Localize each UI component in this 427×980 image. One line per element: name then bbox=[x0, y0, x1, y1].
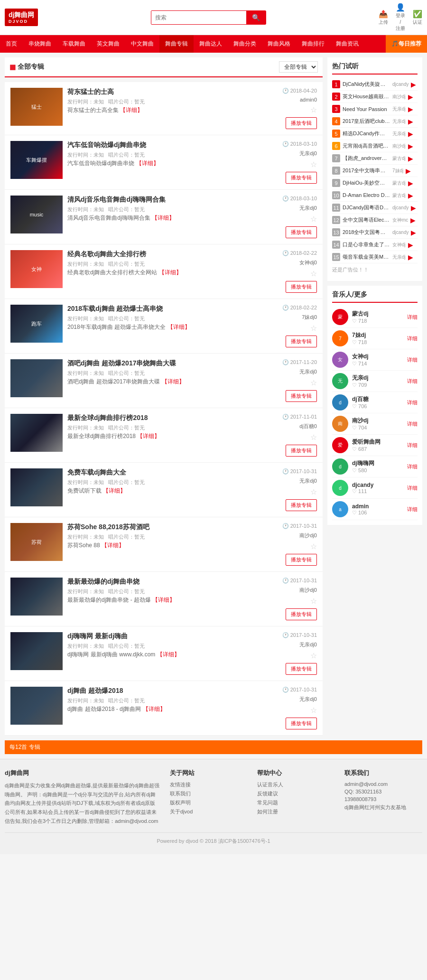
musician-detail-btn[interactable]: 详细 bbox=[407, 463, 418, 470]
album-star[interactable]: ☆ bbox=[310, 324, 317, 333]
musician-detail-btn[interactable]: 详细 bbox=[407, 378, 418, 385]
album-play-btn[interactable]: 播放专辑 bbox=[286, 172, 317, 184]
album-play-btn[interactable]: 播放专辑 bbox=[286, 608, 317, 620]
album-play-btn[interactable]: 播放专辑 bbox=[286, 499, 317, 511]
footer-help-link[interactable]: 常见问题 bbox=[257, 799, 335, 806]
hot-play-icon[interactable]: ▶ bbox=[408, 253, 413, 261]
album-star[interactable]: ☆ bbox=[310, 651, 317, 660]
hot-play-icon[interactable]: ▶ bbox=[408, 118, 413, 125]
logo[interactable]: dj舞曲网 DJVOD bbox=[5, 9, 38, 27]
album-title[interactable]: 清风dj音乐电音舞曲dj嗨嗨网合集 bbox=[67, 196, 260, 204]
musician-name[interactable]: 7妹dj bbox=[352, 331, 403, 339]
register-label[interactable]: 注册 bbox=[396, 25, 405, 32]
album-star[interactable]: ☆ bbox=[310, 597, 317, 606]
album-play-btn[interactable]: 播放专辑 bbox=[286, 390, 317, 402]
album-star[interactable]: ☆ bbox=[310, 160, 317, 169]
album-detail-link[interactable]: 【详细】 bbox=[103, 487, 126, 494]
musician-name[interactable]: 蒙古dj bbox=[352, 310, 403, 318]
hot-title[interactable]: 元宵闹dj高音酒吧嗨曲网... bbox=[343, 142, 390, 149]
upload-label[interactable]: 上传 bbox=[379, 19, 388, 26]
footer-link[interactable]: 版权声明 bbox=[170, 799, 248, 806]
footer-help-link[interactable]: 如何注册 bbox=[257, 808, 335, 815]
hot-play-icon[interactable]: ▶ bbox=[411, 229, 416, 236]
album-play-btn[interactable]: 播放专辑 bbox=[286, 117, 317, 129]
album-title[interactable]: 最新最劲爆的dj舞曲串烧 bbox=[67, 578, 260, 586]
nav-paihang[interactable]: 舞曲排行 bbox=[296, 35, 330, 53]
musician-detail-btn[interactable]: 详细 bbox=[407, 420, 418, 428]
album-star[interactable]: ☆ bbox=[310, 433, 317, 442]
hot-play-icon[interactable]: ▶ bbox=[410, 216, 416, 224]
album-detail-link[interactable]: 【详细】 bbox=[152, 597, 175, 603]
album-title[interactable]: 荷东猛士的士高 bbox=[67, 88, 260, 96]
hot-title[interactable]: DjCaNidy优美旋律金中文... bbox=[343, 81, 390, 88]
filter-select[interactable]: 全部专辑 bbox=[279, 61, 318, 73]
footer-link[interactable]: 关于djvod bbox=[170, 808, 248, 815]
nav-daren[interactable]: 舞曲达人 bbox=[194, 35, 228, 53]
nav-english[interactable]: 英文舞曲 bbox=[91, 35, 125, 53]
album-play-btn[interactable]: 播放专辑 bbox=[286, 445, 317, 457]
album-title[interactable]: 最新全球dj舞曲排行榜2018 bbox=[67, 414, 260, 422]
nav-fenlei[interactable]: 舞曲分类 bbox=[228, 35, 262, 53]
hot-title[interactable]: Need Your Passion bbox=[343, 106, 390, 112]
album-detail-link[interactable]: 【详细】 bbox=[137, 433, 160, 439]
album-title[interactable]: dj嗨嗨网 最新dj嗨曲 bbox=[67, 632, 260, 641]
musician-detail-btn[interactable]: 详细 bbox=[407, 485, 418, 492]
nav-chinese[interactable]: 中文舞曲 bbox=[125, 35, 159, 53]
musician-name[interactable]: admin bbox=[352, 503, 403, 510]
musician-name[interactable]: dj嗨嗨网 bbox=[352, 459, 403, 467]
musician-detail-btn[interactable]: 详细 bbox=[407, 356, 418, 364]
musician-detail-btn[interactable]: 详细 bbox=[407, 506, 418, 513]
album-star[interactable]: ☆ bbox=[310, 269, 317, 278]
hot-play-icon[interactable]: ▶ bbox=[408, 93, 413, 101]
hot-play-icon[interactable]: ▶ bbox=[408, 241, 413, 249]
hot-title[interactable]: 口是心非章鱼走了什么金中... bbox=[343, 241, 390, 248]
album-title[interactable]: 免费车载dj舞曲大全 bbox=[67, 468, 260, 477]
hot-play-icon[interactable]: ▶ bbox=[408, 130, 413, 138]
search-input[interactable] bbox=[151, 11, 246, 24]
musician-detail-btn[interactable]: 详细 bbox=[407, 399, 418, 406]
nav-daily[interactable]: 🎵每日推荐 bbox=[386, 35, 427, 53]
nav-chezai[interactable]: 车载舞曲 bbox=[57, 35, 91, 53]
album-title[interactable]: 酒吧dj舞曲 超劲爆2017串烧舞曲大碟 bbox=[67, 359, 260, 368]
album-play-btn[interactable]: 播放专辑 bbox=[286, 226, 317, 238]
hot-title[interactable]: 精选DJCandy作品超强至... bbox=[343, 130, 390, 137]
album-title[interactable]: 2018车载dj舞曲 超劲爆士高串烧 bbox=[67, 305, 260, 313]
hot-title[interactable]: 颂音车载金英美Mashup上... bbox=[343, 253, 390, 261]
hot-title[interactable]: 2017全中文嗨串烧烧大碟 bbox=[343, 167, 390, 174]
hot-play-icon[interactable]: ▶ bbox=[408, 192, 413, 199]
nav-fengge[interactable]: 舞曲风格 bbox=[262, 35, 296, 53]
hot-title[interactable]: 【跑虎_androver】天籁之... bbox=[343, 155, 390, 162]
album-star[interactable]: ☆ bbox=[310, 706, 317, 715]
hot-title[interactable]: 全中文国粤语ElectroHous... bbox=[343, 216, 390, 224]
musician-name[interactable]: dj百糖 bbox=[352, 395, 403, 403]
album-star[interactable]: ☆ bbox=[310, 542, 317, 551]
album-title[interactable]: 经典名歌dj舞曲大全排行榜 bbox=[67, 250, 260, 259]
footer-link[interactable]: 友情连接 bbox=[170, 781, 248, 788]
album-detail-link[interactable]: 【详细】 bbox=[143, 706, 166, 712]
hot-title[interactable]: D-Aman Electro Dance-飞... bbox=[343, 192, 390, 199]
hot-play-icon[interactable]: ▶ bbox=[408, 105, 413, 113]
album-detail-link[interactable]: 【详细】 bbox=[159, 269, 182, 276]
album-star[interactable]: ☆ bbox=[310, 215, 317, 224]
musician-name[interactable]: 南沙dj bbox=[352, 417, 403, 425]
musician-detail-btn[interactable]: 详细 bbox=[407, 314, 418, 321]
hot-title[interactable]: 英文House越南鼓上头龙... bbox=[343, 93, 390, 100]
album-detail-link[interactable]: 【详细】 bbox=[157, 651, 180, 658]
hot-title[interactable]: 2018全中文国粤语DjCand... bbox=[343, 229, 390, 236]
album-play-btn[interactable]: 播放专辑 bbox=[286, 663, 317, 675]
album-play-btn[interactable]: 播放专辑 bbox=[286, 281, 317, 293]
musician-name[interactable]: djcandy bbox=[352, 482, 403, 488]
hot-play-icon[interactable]: ▶ bbox=[408, 179, 413, 187]
album-title[interactable]: 汽车低音响劲爆dj舞曲串烧 bbox=[67, 141, 260, 149]
album-detail-link[interactable]: 【详细】 bbox=[162, 378, 185, 385]
album-play-btn[interactable]: 播放专辑 bbox=[286, 554, 317, 566]
hot-play-icon[interactable]: ▶ bbox=[411, 204, 416, 212]
login-label[interactable]: 登录 bbox=[396, 12, 405, 19]
nav-shuanshao[interactable]: 串烧舞曲 bbox=[23, 35, 57, 53]
album-star[interactable]: ☆ bbox=[310, 105, 317, 114]
verify-label[interactable]: 认证 bbox=[413, 19, 422, 26]
album-title[interactable]: 苏荷Sohe 88,2018苏荷酒吧 bbox=[67, 523, 260, 532]
search-button[interactable]: 🔍 bbox=[246, 11, 266, 24]
hot-title[interactable]: DjHaiOu-美妙空间时尚Sh... bbox=[343, 179, 390, 187]
album-detail-link[interactable]: 【详细】 bbox=[102, 542, 124, 549]
